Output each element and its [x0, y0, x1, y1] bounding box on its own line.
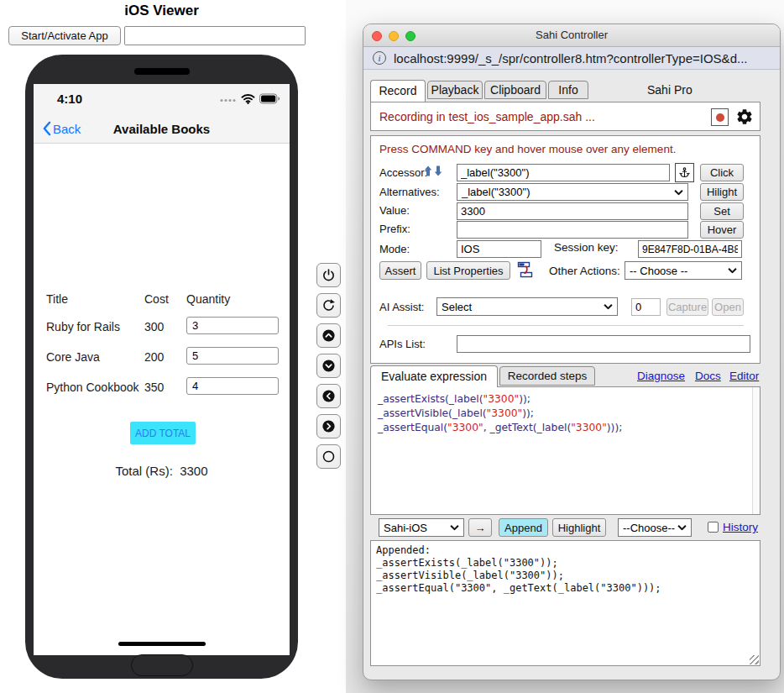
language-select[interactable]: Sahi-iOS [379, 518, 464, 537]
total-text: Total (Rs): 3300 [34, 464, 290, 478]
window-title: Sahi Controller [363, 29, 780, 41]
ai-assist-selected-value: Select [442, 301, 472, 313]
scrollbar-track[interactable] [752, 387, 760, 514]
docs-link[interactable]: Docs [695, 370, 721, 382]
add-total-button[interactable]: ADD TOTAL [130, 422, 196, 444]
start-activate-app-button[interactable]: Start/Activate App [8, 26, 121, 45]
output-line: Appended: [376, 544, 755, 557]
scroll-down-icon [321, 359, 336, 373]
refresh-button[interactable] [316, 293, 341, 318]
recording-status-text: Recording in test_ios_sample_app.sah ... [379, 110, 595, 123]
window-titlebar[interactable]: Sahi Controller [363, 24, 780, 47]
alternatives-select[interactable]: _label("3300") [457, 183, 688, 201]
history-link[interactable]: History [723, 521, 758, 533]
home-circle-icon [321, 449, 336, 464]
value-label: Value: [379, 204, 410, 217]
accessor-input[interactable] [457, 164, 670, 181]
alternatives-selected-value: _label("3300") [462, 186, 531, 198]
open-button[interactable]: Open [712, 298, 744, 316]
quantity-input[interactable] [186, 347, 279, 365]
script-editor-button[interactable] [517, 261, 533, 281]
hover-button[interactable]: Hover [700, 221, 744, 239]
cellular-icon [220, 96, 237, 102]
mode-input[interactable] [457, 240, 541, 258]
assert-button[interactable]: Assert [379, 261, 421, 280]
other-actions-select[interactable]: -- Choose -- [625, 261, 742, 280]
appended-output-textarea[interactable]: Appended: _assertExists(_label("3300"));… [370, 540, 760, 666]
capture-button[interactable]: Capture [666, 298, 708, 316]
resize-grip[interactable] [750, 655, 759, 664]
choose-action-select[interactable]: --Choose-- [618, 518, 692, 537]
scroll-left-icon [321, 389, 336, 403]
settings-button[interactable] [735, 108, 754, 129]
chevron-down-icon [450, 525, 459, 531]
prefix-input[interactable] [457, 221, 688, 239]
apis-list-input[interactable] [457, 335, 750, 353]
phone-speaker [134, 68, 190, 75]
column-header-quantity: Quantity [186, 292, 230, 306]
script-icon [517, 261, 533, 278]
anchor-button[interactable] [675, 163, 694, 182]
info-icon[interactable]: i [373, 51, 386, 65]
ai-assist-label: AI Assist: [379, 301, 424, 313]
home-indicator [118, 642, 206, 646]
output-line: _assertEqual("3300", _getText(_label("33… [376, 582, 755, 595]
value-input[interactable] [457, 202, 688, 220]
accessor-sort-arrows[interactable] [424, 165, 442, 176]
power-icon [321, 268, 336, 282]
run-arrow-button[interactable]: → [468, 518, 492, 537]
diagnose-link[interactable]: Diagnose [637, 370, 685, 382]
hilight-button[interactable]: Hilight [700, 183, 744, 201]
set-button[interactable]: Set [700, 202, 744, 220]
ai-capture-count-input[interactable] [631, 298, 661, 316]
arrow-up-icon [424, 165, 432, 176]
gear-icon [735, 108, 754, 126]
home-circle-button[interactable] [316, 444, 341, 469]
history-checkbox[interactable] [708, 522, 719, 533]
arrow-down-icon [434, 165, 442, 176]
scroll-left-button[interactable] [316, 384, 341, 408]
tab-playback[interactable]: Playback [427, 81, 483, 99]
quantity-input[interactable] [186, 317, 279, 334]
editor-link[interactable]: Editor [729, 370, 759, 382]
tab-info[interactable]: Info [548, 81, 588, 99]
status-time: 4:10 [57, 92, 82, 106]
language-selected-value: Sahi-iOS [384, 522, 427, 534]
scroll-up-button[interactable] [316, 323, 341, 348]
app-name-input[interactable] [124, 26, 306, 45]
session-key-input[interactable] [638, 240, 742, 258]
status-icons [220, 93, 280, 104]
scroll-right-icon [321, 419, 336, 433]
ai-assist-select[interactable]: Select [436, 297, 618, 316]
chevron-down-icon [674, 189, 683, 195]
phone-status-nav-bar: 4:10 Back Available Books [34, 84, 290, 144]
quantity-input[interactable] [186, 377, 279, 395]
tab-clipboard[interactable]: Clipboard [484, 81, 546, 99]
refresh-icon [321, 298, 336, 312]
click-button[interactable]: Click [700, 164, 744, 181]
highlight-button[interactable]: Highlight [552, 518, 606, 537]
append-button[interactable]: Append [499, 518, 548, 537]
other-actions-selected-value: -- Choose -- [630, 265, 687, 277]
list-properties-button[interactable]: List Properties [426, 261, 510, 280]
tab-recorded-steps[interactable]: Recorded steps [499, 366, 595, 386]
book-title: Ruby for Rails [46, 320, 120, 333]
scroll-down-button[interactable] [316, 354, 341, 378]
evaluate-expression-editor[interactable]: _assertExists(_label("3300")); _assertVi… [370, 386, 760, 515]
tab-evaluate-expression[interactable]: Evaluate expression [370, 365, 498, 387]
tab-record[interactable]: Record [370, 80, 426, 102]
book-title: Core Java [46, 350, 100, 364]
column-header-cost: Cost [144, 292, 169, 306]
home-button-outline[interactable] [131, 654, 193, 676]
power-button[interactable] [316, 263, 341, 287]
book-cost: 300 [144, 320, 164, 333]
scroll-up-icon [321, 328, 336, 343]
chevron-down-icon [728, 268, 737, 274]
code-line: _assertExists(_label("3300")); [378, 392, 753, 407]
record-toggle-button[interactable] [711, 108, 729, 126]
code-line: _assertVisible(_label("3300")); [378, 407, 753, 421]
nav-title: Available Books [34, 122, 290, 136]
sahi-pro-brand: Sahi Pro [647, 83, 693, 97]
scroll-right-button[interactable] [316, 414, 341, 438]
session-key-label: Session key: [554, 241, 619, 254]
